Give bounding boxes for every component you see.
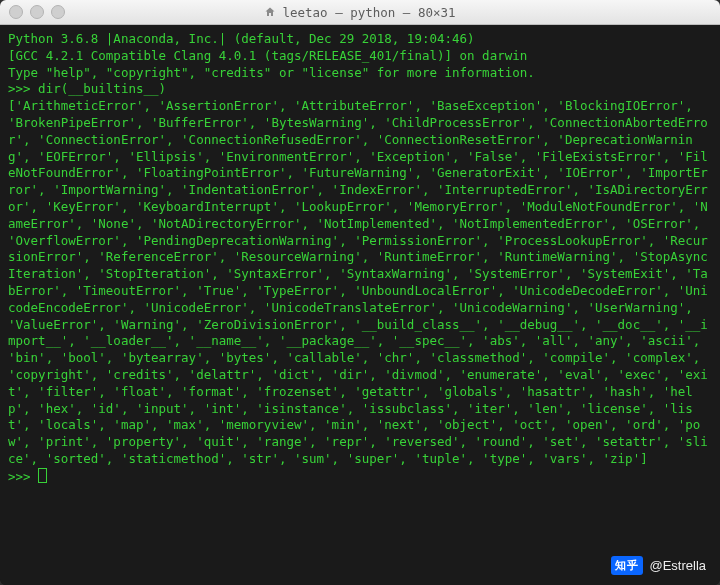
builtins-output: ['ArithmeticError', 'AssertionError', 'A… (8, 98, 708, 466)
terminal-output: Python 3.6.8 |Anaconda, Inc.| (default, … (8, 31, 712, 486)
cursor (38, 468, 47, 483)
zhihu-logo-icon: 知乎 (611, 556, 643, 575)
watermark: 知乎 @Estrella (611, 556, 706, 575)
python-version-line: Python 3.6.8 |Anaconda, Inc.| (default, … (8, 31, 475, 46)
title-text: leetao — python — 80×31 (282, 5, 455, 20)
compiler-line: [GCC 4.2.1 Compatible Clang 4.0.1 (tags/… (8, 48, 527, 63)
watermark-author: @Estrella (649, 558, 706, 573)
help-line: Type "help", "copyright", "credits" or "… (8, 65, 535, 80)
home-icon (264, 6, 276, 18)
terminal-window: leetao — python — 80×31 Python 3.6.8 |An… (0, 0, 720, 585)
prompt-1: >>> dir(__builtins__) (8, 81, 166, 96)
prompt-2: >>> (8, 469, 38, 484)
terminal-body[interactable]: Python 3.6.8 |Anaconda, Inc.| (default, … (0, 25, 720, 585)
titlebar: leetao — python — 80×31 (0, 0, 720, 25)
window-title: leetao — python — 80×31 (0, 5, 720, 20)
